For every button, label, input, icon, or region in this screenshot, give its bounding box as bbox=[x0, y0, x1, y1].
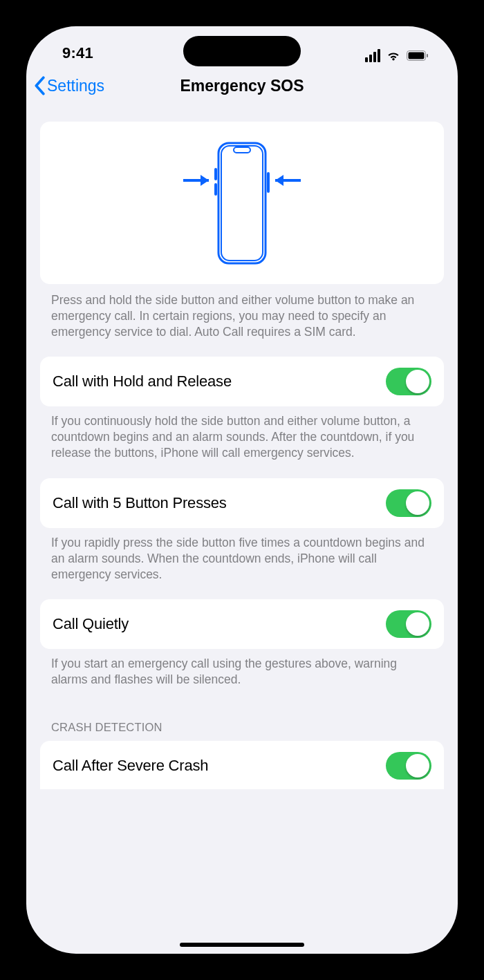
svg-rect-1 bbox=[409, 53, 425, 59]
chevron-left-icon bbox=[33, 76, 46, 95]
svg-rect-7 bbox=[214, 168, 217, 180]
back-label: Settings bbox=[47, 77, 104, 95]
toggle-call-5-presses[interactable] bbox=[386, 489, 431, 517]
row-label: Call with Hold and Release bbox=[53, 373, 232, 390]
svg-rect-5 bbox=[234, 147, 250, 153]
battery-icon bbox=[407, 50, 429, 61]
toggle-call-after-crash[interactable] bbox=[386, 752, 431, 780]
status-time: 9:41 bbox=[62, 44, 93, 62]
phone-buttons-illustration-icon bbox=[145, 138, 339, 269]
footer-call-5-presses: If you rapidly press the side button fiv… bbox=[40, 535, 444, 599]
cellular-icon bbox=[365, 49, 380, 62]
screen: 9:41 Settings Emergency SOS bbox=[26, 26, 458, 954]
section-header-crash: CRASH DETECTION bbox=[40, 704, 444, 741]
svg-rect-2 bbox=[427, 54, 428, 57]
svg-rect-6 bbox=[267, 172, 270, 193]
svg-rect-4 bbox=[221, 146, 263, 261]
content-scroll[interactable]: Press and hold the side button and eithe… bbox=[26, 108, 458, 954]
row-call-after-crash: Call After Severe Crash bbox=[40, 741, 444, 789]
back-button[interactable]: Settings bbox=[33, 76, 104, 95]
svg-rect-3 bbox=[218, 143, 266, 263]
crash-section: Call After Severe Crash bbox=[40, 741, 444, 789]
svg-rect-8 bbox=[214, 183, 217, 196]
row-label: Call with 5 Button Presses bbox=[53, 494, 227, 512]
status-bar: 9:41 bbox=[26, 26, 458, 64]
footer-call-quietly: If you start an emergency call using the… bbox=[40, 656, 444, 704]
row-call-quietly: Call Quietly bbox=[40, 599, 444, 649]
toggle-call-quietly[interactable] bbox=[386, 610, 431, 638]
phone-bezel: 9:41 Settings Emergency SOS bbox=[14, 14, 470, 966]
toggle-call-hold-release[interactable] bbox=[386, 368, 431, 395]
nav-bar: Settings Emergency SOS bbox=[26, 64, 458, 108]
footer-call-hold-release: If you continuously hold the side button… bbox=[40, 413, 444, 478]
hero-illustration-card bbox=[40, 122, 444, 284]
status-indicators bbox=[365, 49, 429, 62]
row-call-hold-release: Call with Hold and Release bbox=[40, 357, 444, 406]
row-label: Call Quietly bbox=[53, 615, 129, 633]
home-indicator[interactable] bbox=[180, 943, 304, 947]
row-label: Call After Severe Crash bbox=[53, 757, 208, 775]
hero-footer-text: Press and hold the side button and eithe… bbox=[40, 292, 444, 357]
wifi-icon bbox=[386, 50, 401, 62]
row-call-5-presses: Call with 5 Button Presses bbox=[40, 478, 444, 528]
